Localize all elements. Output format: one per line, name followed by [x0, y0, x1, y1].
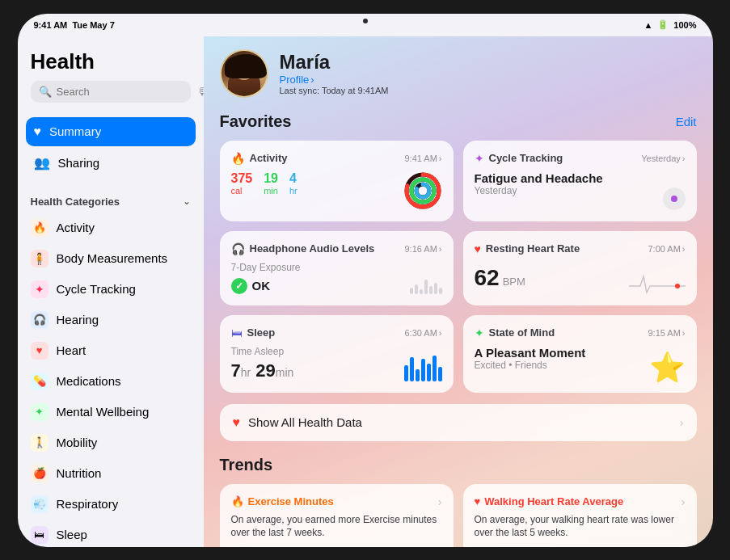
sleep-card-time: 6:30 AM › — [404, 328, 441, 338]
people-icon: 👥 — [34, 155, 50, 171]
medications-label: Medications — [57, 374, 121, 388]
favorites-heading: Favorites — [220, 112, 292, 131]
heart-card-time: 7:00 AM › — [648, 244, 685, 254]
activity-card-icon: 🔥 — [231, 152, 245, 165]
mind-card-title: State of Mind — [489, 326, 555, 339]
trends-heading-row: Trends — [220, 456, 697, 474]
cycle-symptom: Fatigue and Headache — [475, 171, 686, 185]
exercise-metric: 19 min — [264, 171, 278, 196]
walking-heart-chevron: › — [681, 495, 686, 508]
bpm-unit: BPM — [503, 276, 525, 288]
sidebar-header: Health 🔍 🎙 — [18, 49, 204, 111]
sidebar-item-summary[interactable]: ♥ Summary — [26, 117, 196, 146]
headphone-card-time: 9:16 AM › — [404, 244, 441, 254]
app-container: Health 🔍 🎙 ♥ Summary 👥 Sharing Hea — [18, 36, 713, 547]
move-unit: cal — [231, 186, 253, 196]
respiratory-label: Respiratory — [57, 497, 119, 511]
sidebar-item-activity[interactable]: 🔥 Activity — [18, 213, 204, 243]
categories-title: Health Categories — [31, 196, 120, 208]
heart-card-title: Resting Heart Rate — [486, 242, 580, 255]
heart-bpm-value: 62 — [475, 265, 500, 291]
sidebar-item-nutrition[interactable]: 🍎 Nutrition — [18, 458, 204, 489]
sidebar-item-mental-wellbeing[interactable]: ✦ Mental Wellbeing — [18, 397, 204, 427]
headphone-bar-chart — [410, 268, 442, 294]
mind-card-header: ✦ State of Mind 9:15 AM › — [475, 326, 686, 339]
show-all-text: Show All Health Data — [248, 415, 672, 429]
svg-point-6 — [675, 284, 680, 288]
cycle-dot-inner — [671, 196, 677, 202]
cycle-tracking-label: Cycle Tracking — [57, 282, 136, 296]
show-all-row[interactable]: ♥ Show All Health Data › — [220, 404, 697, 441]
state-of-mind-card[interactable]: ✦ State of Mind 9:15 AM › A Pleasant Mom… — [463, 315, 697, 393]
profile-section: María Profile › Last sync: Today at 9:41… — [220, 49, 697, 98]
resting-heart-rate-card[interactable]: ♥ Resting Heart Rate 7:00 AM › 62 BPM — [463, 231, 697, 305]
nutrition-label: Nutrition — [57, 466, 102, 480]
trends-grid: 🔥 Exercise Minutes › On average, you ear… — [220, 484, 697, 547]
heart-category-icon: ♥ — [36, 344, 43, 356]
categories-section-header: Health Categories ⌄ — [18, 186, 204, 213]
sidebar-item-respiratory[interactable]: 💨 Respiratory — [18, 489, 204, 520]
sidebar-item-body-measurements[interactable]: 🧍 Body Measurements — [18, 243, 204, 274]
sleep-label: Sleep — [57, 528, 87, 541]
respiratory-icon: 💨 — [33, 498, 46, 510]
app-title: Health — [31, 49, 191, 74]
mic-icon[interactable]: 🎙 — [197, 86, 204, 98]
main-content: María Profile › Last sync: Today at 9:41… — [204, 36, 713, 547]
walking-heart-trend-card[interactable]: ♥ Walking Heart Rate Average › On averag… — [463, 484, 697, 547]
star-icon: ⭐ — [649, 351, 686, 385]
sidebar: Health 🔍 🎙 ♥ Summary 👥 Sharing Hea — [18, 36, 204, 547]
ok-text: OK — [252, 279, 271, 293]
sidebar-item-mobility[interactable]: 🚶 Mobility — [18, 427, 204, 458]
cycle-card-header: ✦ Cycle Tracking Yesterday › — [475, 152, 686, 165]
exercise-trend-icon: 🔥 — [231, 495, 244, 507]
sleep-card-title: Sleep — [247, 326, 276, 339]
sidebar-item-heart[interactable]: ♥ Heart — [18, 335, 204, 366]
sleep-card[interactable]: 🛏 Sleep 6:30 AM › Time Asleep 7hr 29min — [220, 315, 454, 393]
sleep-card-header: 🛏 Sleep 6:30 AM › — [231, 326, 442, 339]
edit-button[interactable]: Edit — [676, 115, 697, 128]
cycle-card-time: Yesterday › — [641, 154, 685, 163]
headphone-icon: 🎧 — [231, 242, 245, 255]
ipad-frame: 9:41 AM Tue May 7 ▲ 🔋 100% Health 🔍 🎙 — [18, 14, 713, 547]
status-bar: 9:41 AM Tue May 7 ▲ 🔋 100% — [18, 14, 713, 36]
exercise-trend-title-row: 🔥 Exercise Minutes › — [231, 495, 442, 508]
sleep-chart — [404, 356, 442, 381]
exercise-trend-chevron: › — [438, 495, 442, 508]
profile-link[interactable]: Profile › — [280, 74, 389, 86]
activity-card[interactable]: 🔥 Activity 9:41 AM › 375 cal — [220, 141, 454, 221]
move-value: 375 — [231, 171, 253, 186]
exercise-trend-title: 🔥 Exercise Minutes — [231, 495, 334, 507]
mental-wellbeing-icon: ✦ — [35, 406, 44, 418]
headphone-card[interactable]: 🎧 Headphone Audio Levels 9:16 AM › 7-Day… — [220, 231, 454, 305]
body-measurements-icon: 🧍 — [32, 252, 46, 265]
sidebar-item-sharing-label: Sharing — [58, 156, 100, 170]
activity-card-time: 9:41 AM › — [404, 154, 441, 163]
mobility-icon: 🚶 — [33, 436, 46, 448]
resting-heart-icon: ♥ — [475, 242, 481, 255]
mind-card-time: 9:15 AM › — [648, 328, 685, 338]
search-bar[interactable]: 🔍 🎙 — [31, 81, 191, 103]
heart-label: Heart — [57, 343, 87, 357]
sidebar-item-cycle-tracking[interactable]: ✦ Cycle Tracking — [18, 274, 204, 305]
exercise-unit: min — [264, 186, 278, 196]
sidebar-item-sharing[interactable]: 👥 Sharing — [26, 148, 196, 178]
sidebar-item-medications[interactable]: 💊 Medications — [18, 366, 204, 397]
chevron-down-icon[interactable]: ⌄ — [183, 196, 191, 207]
favorites-heading-row: Favorites Edit — [220, 112, 697, 131]
profile-name: María — [280, 51, 389, 74]
activity-icon: 🔥 — [33, 221, 46, 234]
cycle-dot — [663, 187, 686, 210]
cycle-tracking-card[interactable]: ✦ Cycle Tracking Yesterday › Fatigue and… — [463, 141, 697, 221]
ok-icon: ✓ — [231, 278, 247, 294]
cycle-card-icon: ✦ — [475, 152, 484, 165]
move-metric: 375 cal — [231, 171, 253, 196]
sidebar-item-hearing[interactable]: 🎧 Hearing — [18, 305, 204, 335]
mental-wellbeing-label: Mental Wellbeing — [57, 405, 150, 419]
stand-unit: hr — [289, 186, 297, 196]
sidebar-item-sleep[interactable]: 🛏 Sleep — [18, 520, 204, 547]
walking-heart-icon: ♥ — [475, 495, 481, 507]
exercise-trend-card[interactable]: 🔥 Exercise Minutes › On average, you ear… — [220, 484, 454, 547]
avatar — [220, 49, 268, 98]
cycle-date: Yesterday — [475, 185, 686, 196]
search-input[interactable] — [57, 86, 192, 98]
